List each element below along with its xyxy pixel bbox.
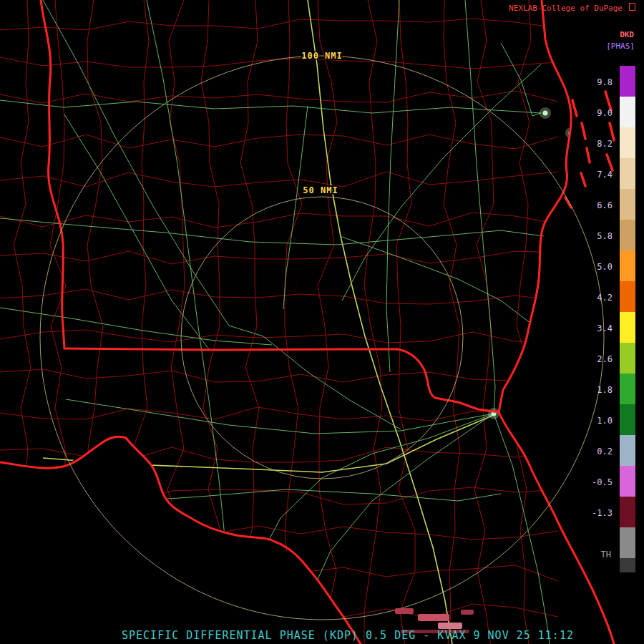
- barrier-islands: [565, 92, 614, 208]
- colorbar-segment: [620, 497, 635, 527]
- product-code: DKD: [620, 30, 634, 39]
- colorbar-segment: [620, 374, 635, 404]
- colorbar-segment: [620, 281, 635, 312]
- colorbar-segment: [620, 343, 635, 374]
- ring-label-50nmi: 50 NMI: [303, 185, 338, 195]
- colorbar-segment: [620, 404, 635, 435]
- status-bar: SPECIFIC DIFFERENTIAL PHASE (KDP) 0.5 DE…: [122, 629, 574, 642]
- echo-blob: [438, 623, 462, 629]
- colorbar-segment: [620, 466, 635, 497]
- map-line: [0, 100, 541, 113]
- cod-logo-icon: [629, 3, 635, 11]
- colorbar-segment: [620, 250, 635, 281]
- ring-label-100nmi: 100 NMI: [301, 51, 343, 61]
- colorbar-segment: [620, 158, 635, 189]
- colorbar-segment: [620, 189, 635, 220]
- product-unit: [PHAS]: [606, 42, 635, 51]
- colorbar-segment: [620, 312, 635, 343]
- colorbar-segment: [620, 97, 635, 127]
- radar-map: 100 NMI 50 NMI: [0, 0, 644, 644]
- colorbar-th-label: TH: [568, 550, 611, 560]
- map-line: [501, 43, 541, 116]
- echo-blob: [461, 610, 474, 615]
- site-attribution: NEXLAB-College of DuPage: [509, 4, 623, 13]
- map-line: [0, 565, 558, 581]
- colorbar-segment: [620, 127, 635, 158]
- colorbar-segment: [620, 558, 635, 572]
- state-border-west: [41, 0, 64, 348]
- colorbar-segment: [620, 220, 635, 250]
- map-line: [0, 91, 558, 103]
- colorbar-segment: [620, 527, 635, 558]
- echo-blob: [395, 608, 414, 614]
- map-line: [0, 19, 558, 30]
- echo-blob: [418, 614, 449, 621]
- colorbar-segment: [620, 435, 635, 466]
- city-dot: [543, 111, 548, 116]
- map-line: [14, 0, 31, 644]
- colorbar-segment: [620, 66, 635, 97]
- radar-display: 100 NMI 50 NMI NEXLAB-College of DuPage …: [0, 0, 644, 644]
- colorbar: [620, 66, 635, 572]
